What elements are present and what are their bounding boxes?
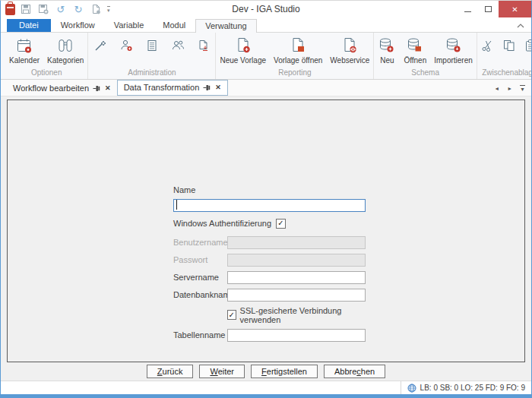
schema-oeffnen-button[interactable]: Öffnen <box>400 35 430 66</box>
copy-icon[interactable] <box>502 38 517 52</box>
undo-icon[interactable]: ↺ <box>55 3 67 15</box>
name-input[interactable] <box>173 199 366 212</box>
document-open-icon <box>289 36 307 55</box>
ribbon-group-schema: Neu Öffnen Importieren Schema <box>374 33 477 79</box>
ribbon-tab-modul[interactable]: Modul <box>154 19 195 32</box>
document-globe-icon <box>340 36 359 55</box>
tabellenname-label: Tabellenname <box>173 330 227 340</box>
ribbon-tab-variable[interactable]: Variable <box>105 19 154 32</box>
collapse-ribbon-icon[interactable] <box>516 22 525 30</box>
save-icon[interactable] <box>20 3 32 15</box>
neue-vorlage-button[interactable]: Neue Vorlage <box>216 35 270 66</box>
wand-icon[interactable] <box>93 38 107 52</box>
scissors-icon[interactable] <box>481 38 496 52</box>
tab-workflow-bearbeiten[interactable]: Workflow bearbeiten ✕ <box>7 81 117 96</box>
group-label-optionen: Optionen <box>5 68 87 79</box>
vorlage-oeffnen-button[interactable]: Vorlage öffnen <box>270 35 326 66</box>
paste-icon[interactable] <box>524 38 532 52</box>
kalender-button[interactable]: Kalender <box>5 35 43 66</box>
window-bottom-border <box>1 394 531 398</box>
schema-neu-button[interactable]: Neu <box>374 35 400 66</box>
next-button[interactable]: Weiter <box>199 365 245 378</box>
ssl-checkbox[interactable]: ✓ <box>227 310 236 320</box>
status-bar: LB: 0 SB: 0 LO: 25 FD: 9 FO: 9 <box>1 381 531 394</box>
customize-quick-access-dropdown-icon[interactable]: ▾ <box>107 6 110 13</box>
webservice-button[interactable]: Webservice <box>326 35 373 66</box>
close-tab-icon[interactable]: ✕ <box>215 84 221 91</box>
ribbon-tab-bar: Datei Workflow Variable Modul Verwaltung <box>1 17 531 32</box>
save-plus-icon[interactable] <box>37 3 49 15</box>
connection-form: Name Windows Authentifizierung ✓ Benutze… <box>173 185 366 342</box>
document-add-icon <box>234 36 252 55</box>
back-button[interactable]: Zurück <box>147 365 194 378</box>
finish-button[interactable]: Fertigstellen <box>251 365 318 378</box>
ribbon-group-reporting: Neue Vorlage Vorlage öffnen Webservice R… <box>216 33 374 79</box>
maximize-button[interactable] <box>478 1 499 17</box>
new-from-template-icon[interactable] <box>90 3 102 15</box>
protocol-list-icon[interactable] <box>144 38 159 52</box>
tab-scroll-controls: ◄ ► ▼ <box>494 85 525 92</box>
cancel-button[interactable]: Abbrechen <box>324 365 385 378</box>
group-label-reporting: Reporting <box>216 68 373 79</box>
ribbon-tab-workflow[interactable]: Workflow <box>52 19 104 32</box>
redo-icon[interactable]: ↻ <box>72 3 84 15</box>
ribbon-tab-verwaltung[interactable]: Verwaltung <box>195 19 256 33</box>
user-add-icon[interactable] <box>119 38 133 52</box>
database-add-icon <box>378 36 396 55</box>
main-content: Name Windows Authentifizierung ✓ Benutze… <box>1 96 531 381</box>
wizard-panel: Name Windows Authentifizierung ✓ Benutze… <box>7 100 525 362</box>
tab-list-dropdown-icon[interactable]: ▼ <box>520 85 525 92</box>
document-tab-bar: Workflow bearbeiten ✕ Data Transformatio… <box>1 80 531 96</box>
datenbankname-input[interactable] <box>227 289 366 302</box>
servername-label: Servername <box>173 273 227 282</box>
windows-auth-checkbox[interactable]: ✓ <box>276 219 286 229</box>
tab-data-transformation[interactable]: Data Transformation ✕ <box>117 80 228 96</box>
tabellenname-input[interactable] <box>227 329 366 342</box>
database-open-icon <box>406 36 424 55</box>
close-button[interactable]: ✕ <box>499 1 531 17</box>
windows-auth-label: Windows Authentifizierung <box>173 219 271 228</box>
status-counters: LB: 0 SB: 0 LO: 25 FD: 9 FO: 9 <box>420 384 525 392</box>
schema-importieren-button[interactable]: Importieren <box>430 35 477 66</box>
ssl-label: SSL-gesicherte Verbindung verwenden <box>240 306 366 324</box>
globe-status-icon <box>407 384 416 393</box>
passwort-input[interactable] <box>227 254 366 267</box>
ribbon-group-administration: Administration <box>88 33 216 79</box>
datenbankname-label: Datenbankname <box>173 290 227 299</box>
benutzername-label: Benutzername <box>173 238 227 247</box>
quick-access-toolbar: ↺ ↻ ▾ <box>20 3 110 15</box>
close-tab-icon[interactable]: ✕ <box>105 85 111 92</box>
servername-input[interactable] <box>227 271 366 284</box>
ribbon-group-zwischenablage: Zwischenablage <box>477 33 532 79</box>
group-label-administration: Administration <box>88 68 215 79</box>
kategorien-button[interactable]: Kategorien <box>43 35 87 66</box>
calendar-gear-icon <box>15 36 33 55</box>
benutzername-input[interactable] <box>227 236 366 249</box>
title-bar: ↺ ↻ ▾ Dev - IGA Studio ✕ <box>1 1 531 17</box>
app-logo-icon[interactable] <box>5 4 15 15</box>
scroll-left-icon[interactable]: ◄ <box>494 86 499 91</box>
ribbon-tab-datei[interactable]: Datei <box>7 19 51 32</box>
users-icon[interactable] <box>170 38 185 52</box>
pin-icon[interactable] <box>203 84 211 92</box>
scroll-right-icon[interactable]: ► <box>507 86 512 91</box>
ribbon-group-optionen: Kalender Kategorien Optionen <box>5 33 88 79</box>
database-import-icon <box>445 36 463 55</box>
group-label-schema: Schema <box>374 68 476 79</box>
name-label: Name <box>173 185 366 194</box>
minimize-button[interactable] <box>458 1 478 17</box>
passwort-label: Passwort <box>173 255 227 264</box>
ribbon: Kalender Kategorien Optionen <box>1 32 531 80</box>
document-export-icon[interactable] <box>196 38 211 52</box>
app-window: ↺ ↻ ▾ Dev - IGA Studio ✕ Datei Workflow … <box>0 0 532 398</box>
wizard-buttons: Zurück Weiter Fertigstellen Abbrechen <box>1 365 531 378</box>
text-caret <box>176 200 177 210</box>
group-label-zwischenablage: Zwischenablage <box>477 68 532 79</box>
pin-icon[interactable] <box>93 84 101 93</box>
binoculars-icon <box>56 36 74 55</box>
window-controls: ✕ <box>458 1 531 17</box>
